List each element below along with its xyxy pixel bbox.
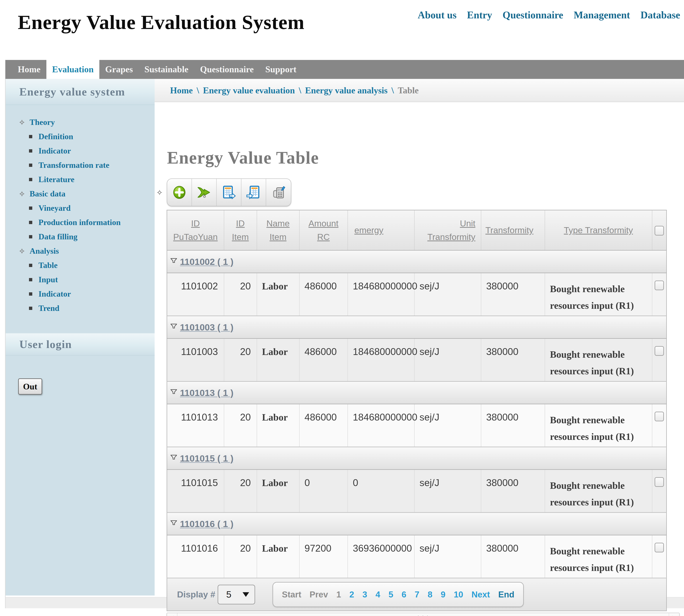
- pager-page-3[interactable]: 3: [362, 590, 367, 599]
- nav-item-questionnaire[interactable]: Questionnaire: [194, 60, 259, 79]
- column-header-name-item[interactable]: NameItem: [257, 210, 299, 250]
- sidebar-item-data-filling[interactable]: Data filling: [5, 229, 155, 244]
- collapse-icon[interactable]: [170, 258, 177, 263]
- group-label-link[interactable]: 1101016 ( 1 ): [180, 519, 233, 529]
- sidebar-link[interactable]: Literature: [39, 175, 74, 184]
- sidebar-item-transformation-rate[interactable]: Transformation rate: [5, 158, 155, 172]
- sidebar-item-trend[interactable]: Trend: [5, 301, 155, 315]
- display-count-select[interactable]: 5: [218, 585, 255, 604]
- breadcrumb-energy-value-evaluation[interactable]: Energy value evaluation: [203, 85, 295, 95]
- sidebar-link[interactable]: Input: [39, 275, 58, 284]
- row-checkbox-cell: [652, 470, 667, 512]
- sidebar-link[interactable]: Data filling: [39, 232, 77, 241]
- pager-page-10[interactable]: 10: [454, 590, 463, 599]
- top-link-about-us[interactable]: About us: [418, 9, 457, 21]
- logout-button[interactable]: Out: [18, 378, 42, 395]
- sidebar-link[interactable]: Vineyard: [39, 203, 71, 213]
- import-table-button[interactable]: [242, 179, 266, 206]
- sidebar-item-theory[interactable]: Theory: [5, 115, 155, 129]
- sidebar-link[interactable]: Indicator: [39, 289, 71, 299]
- sidebar-item-vineyard[interactable]: Vineyard: [5, 201, 155, 215]
- pager-start[interactable]: Start: [282, 590, 301, 599]
- scroll-left-button[interactable]: [167, 613, 177, 616]
- nav-item-support[interactable]: Support: [259, 60, 302, 79]
- pager-page-2[interactable]: 2: [349, 590, 354, 599]
- sidebar-item-production-information[interactable]: Production information: [5, 215, 155, 229]
- horizontal-scrollbar[interactable]: |||: [167, 613, 680, 616]
- select-all-checkbox[interactable]: [655, 226, 664, 236]
- row-checkbox[interactable]: [655, 346, 664, 356]
- top-link-questionnaire[interactable]: Questionnaire: [503, 9, 563, 21]
- sidebar-item-input[interactable]: Input: [5, 272, 155, 287]
- sidebar-item-definition[interactable]: Definition: [5, 129, 155, 144]
- sidebar-link[interactable]: Indicator: [39, 146, 71, 155]
- nav-item-sustainable[interactable]: Sustainable: [139, 60, 194, 79]
- scrollbar-grip-icon[interactable]: |||: [416, 615, 430, 616]
- row-checkbox[interactable]: [655, 477, 664, 487]
- collapse-icon[interactable]: [170, 324, 177, 329]
- pager-page-7[interactable]: 7: [415, 590, 419, 599]
- pager-page-5[interactable]: 5: [388, 590, 393, 599]
- sidebar-item-indicator[interactable]: Indicator: [5, 144, 155, 158]
- top-link-entry[interactable]: Entry: [467, 9, 492, 21]
- sidebar-link[interactable]: Table: [39, 261, 58, 270]
- column-header-emergy[interactable]: emergy: [348, 210, 414, 250]
- cell-emergy: 184680000000: [348, 273, 414, 316]
- column-header-id-item[interactable]: IDItem: [224, 210, 257, 250]
- sidebar-link[interactable]: Definition: [39, 132, 73, 141]
- row-checkbox[interactable]: [655, 543, 664, 552]
- collapse-icon[interactable]: [170, 520, 177, 526]
- sidebar-item-basic-data[interactable]: Basic data: [5, 186, 155, 201]
- sidebar-link[interactable]: Trend: [39, 304, 59, 313]
- top-link-management[interactable]: Management: [574, 9, 630, 21]
- breadcrumb-home[interactable]: Home: [170, 85, 193, 95]
- cut-button[interactable]: [192, 179, 216, 206]
- nav-item-evaluation[interactable]: Evaluation: [46, 60, 99, 79]
- pager-end[interactable]: End: [498, 590, 514, 599]
- sidebar-link[interactable]: Basic data: [29, 189, 66, 198]
- cell-id-item: 20: [224, 338, 257, 381]
- square-bullet-icon: [29, 235, 32, 238]
- group-label-link[interactable]: 1101013 ( 1 ): [180, 388, 233, 398]
- pager-page-8[interactable]: 8: [428, 590, 432, 599]
- pager-page-4[interactable]: 4: [375, 590, 380, 599]
- collapse-icon[interactable]: [170, 455, 177, 460]
- scrollbar-track[interactable]: |||: [177, 613, 669, 616]
- group-label-link[interactable]: 1101003 ( 1 ): [180, 322, 233, 333]
- breadcrumb-energy-value-analysis[interactable]: Energy value analysis: [305, 85, 388, 95]
- cell-amount-rc: 486000: [299, 273, 348, 316]
- sidebar-item-analysis[interactable]: Analysis: [5, 244, 155, 258]
- column-header-unit-transformity[interactable]: UnitTransformity: [414, 210, 481, 250]
- sidebar-link[interactable]: Transformation rate: [39, 160, 109, 170]
- row-checkbox[interactable]: [655, 281, 664, 290]
- calculator-button[interactable]: [266, 179, 291, 206]
- pager-next[interactable]: Next: [472, 590, 490, 599]
- add-button[interactable]: [167, 179, 192, 206]
- pager-prev[interactable]: Prev: [310, 590, 328, 599]
- nav-item-home[interactable]: Home: [12, 60, 46, 79]
- sidebar-item-literature[interactable]: Literature: [5, 172, 155, 186]
- top-link-database[interactable]: Database: [640, 9, 680, 21]
- scroll-right-button[interactable]: [669, 613, 679, 616]
- sidebar-link[interactable]: Production information: [39, 218, 121, 227]
- pager-page-1[interactable]: 1: [336, 590, 341, 599]
- pager-page-9[interactable]: 9: [441, 590, 445, 599]
- cell-emergy: 184680000000: [348, 404, 414, 447]
- column-header-type-transformity[interactable]: Type Transformity: [545, 210, 652, 250]
- group-label-link[interactable]: 1101002 ( 1 ): [180, 256, 233, 267]
- column-header-transformity[interactable]: Transformity: [481, 210, 545, 250]
- sidebar-item-table[interactable]: Table: [5, 258, 155, 272]
- sidebar-link[interactable]: Theory: [29, 117, 55, 127]
- page-title: Energy Value Table: [167, 148, 684, 167]
- sidebar-item-indicator-analysis[interactable]: Indicator: [5, 287, 155, 301]
- nav-item-grapes[interactable]: Grapes: [99, 60, 139, 79]
- pager-page-6[interactable]: 6: [402, 590, 406, 599]
- collapse-icon[interactable]: [170, 389, 177, 394]
- column-header-amount-rc[interactable]: AmountRC: [299, 210, 348, 250]
- row-checkbox[interactable]: [655, 412, 664, 421]
- sidebar-link[interactable]: Analysis: [29, 246, 59, 256]
- export-table-button[interactable]: [216, 179, 242, 206]
- group-label-link[interactable]: 1101015 ( 1 ): [180, 453, 233, 464]
- group-row-1101003: 1101003 ( 1 ): [167, 316, 667, 338]
- column-header-id-putaoyuan[interactable]: IDPuTaoYuan: [167, 210, 224, 250]
